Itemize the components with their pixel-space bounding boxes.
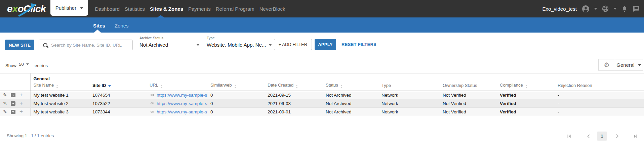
cell-status: Not Archived <box>323 91 378 99</box>
column-header-similarweb[interactable]: Similarweb <box>207 82 265 91</box>
add-zone-icon[interactable]: + <box>18 109 24 114</box>
next-page-button[interactable] <box>614 132 620 141</box>
cell-ownership-status: Not Verified <box>440 99 497 108</box>
column-header-type[interactable]: Type <box>378 82 440 91</box>
add-filter-button[interactable]: + ADD FILTER <box>274 39 312 50</box>
actions-header-spacer <box>0 82 30 91</box>
column-header-rejection-reason[interactable]: Rejection Reason <box>555 82 644 91</box>
main-nav: DashboardStatisticsSites & ZonesPayments… <box>95 6 285 12</box>
column-label: Site Name <box>34 83 54 88</box>
tab-zones[interactable]: Zones <box>115 23 129 29</box>
add-zone-icon[interactable]: + <box>18 92 24 98</box>
column-header-status[interactable]: Status <box>323 82 378 91</box>
column-header-compliance[interactable]: Compliance <box>497 82 555 91</box>
chat-icon[interactable] <box>632 5 640 13</box>
section-subnav: SitesZones <box>0 17 644 33</box>
current-page-button[interactable]: 1 <box>597 132 607 141</box>
active-section-notch <box>157 15 164 17</box>
sites-table-wrap: General Site NameSite IDURLSimilarwebDat… <box>0 73 644 116</box>
logo-text-x: x <box>12 3 18 14</box>
archive-icon[interactable] <box>10 92 16 98</box>
sort-desc-icon[interactable] <box>108 85 111 87</box>
chevron-down-icon <box>26 63 29 65</box>
notifications-bell-icon[interactable] <box>621 5 628 12</box>
row-actions: ✎ + <box>0 99 30 108</box>
apply-button[interactable]: APPLY <box>315 39 336 50</box>
link-icon <box>150 93 155 97</box>
edit-icon[interactable]: ✎ <box>2 109 8 114</box>
gear-icon[interactable]: ⚙ <box>599 59 615 70</box>
type-value: Website, Mobile App, Ne... <box>207 42 266 48</box>
sort-toggle-icon[interactable] <box>525 85 527 88</box>
edit-icon[interactable]: ✎ <box>2 92 8 98</box>
sort-toggle-icon[interactable] <box>56 85 58 88</box>
view-selector[interactable]: General <box>615 59 643 70</box>
reset-filters-button[interactable]: RESET FILTERS <box>341 39 376 50</box>
top-navbar: exoClick Publisher DashboardStatisticsSi… <box>0 0 644 17</box>
sort-toggle-icon[interactable] <box>296 85 298 88</box>
sort-toggle-icon[interactable] <box>161 85 163 88</box>
row-actions: ✎ + <box>0 91 30 99</box>
cell-url: https://www.my-sample-sit... <box>147 108 207 116</box>
column-header-site-id[interactable]: Site ID <box>89 82 147 91</box>
column-header-ownership-status[interactable]: Ownership Status <box>440 82 497 91</box>
last-page-button[interactable] <box>632 132 639 141</box>
sort-toggle-icon[interactable] <box>340 85 343 88</box>
cell-compliance: Verified <box>497 99 555 108</box>
account-menu-chevron-icon[interactable] <box>594 8 597 10</box>
search-icon <box>43 43 47 47</box>
table-row: ✎ + My test website 1 1074654 https://ww… <box>0 91 644 99</box>
column-group-row: General <box>0 73 644 82</box>
table-row: ✎ + My test website 2 1073522 https://ww… <box>0 99 644 108</box>
cell-type: Network <box>378 108 440 116</box>
column-label: Site ID <box>92 83 106 88</box>
nav-item-sites-zones[interactable]: Sites & Zones <box>150 6 183 12</box>
first-page-button[interactable] <box>566 132 572 141</box>
archive-status-select[interactable]: Archive Status Not Archived <box>139 36 200 50</box>
nav-item-dashboard[interactable]: Dashboard <box>95 6 119 12</box>
chevron-down-icon <box>80 7 83 9</box>
new-site-button[interactable]: NEW SITE <box>5 40 34 50</box>
cell-similarweb: 0 <box>207 99 265 108</box>
role-selector[interactable]: Publisher <box>50 0 88 16</box>
cell-compliance: Verified <box>497 91 555 99</box>
type-label: Type <box>207 36 267 40</box>
nav-item-payments[interactable]: Payments <box>188 6 211 12</box>
globe-icon[interactable] <box>602 5 609 12</box>
archive-icon[interactable] <box>10 101 16 106</box>
sort-toggle-icon[interactable] <box>234 85 236 88</box>
archive-icon[interactable] <box>10 109 16 114</box>
pagination: 1 <box>0 132 644 142</box>
view-selector-value: General <box>616 62 634 68</box>
edit-icon[interactable]: ✎ <box>2 101 8 106</box>
add-zone-icon[interactable]: + <box>18 101 24 106</box>
site-url-link[interactable]: https://www.my-sample-sit... <box>157 109 207 114</box>
nav-item-referral-program[interactable]: Referral Program <box>216 6 254 12</box>
site-url-link[interactable]: https://www.my-sample-sit... <box>157 101 207 106</box>
column-label: Status <box>326 83 338 88</box>
cell-similarweb: 0 <box>207 108 265 116</box>
avatar[interactable] <box>582 5 590 13</box>
language-menu-chevron-icon[interactable] <box>613 8 617 10</box>
cell-compliance: Verified <box>497 108 555 116</box>
nav-item-neverblock[interactable]: NeverBlock <box>259 6 285 12</box>
tab-sites[interactable]: Sites <box>93 23 105 29</box>
cell-url: https://www.my-sample-sit... <box>147 91 207 99</box>
nav-item-statistics[interactable]: Statistics <box>125 6 145 12</box>
column-header-url[interactable]: URL <box>147 82 207 91</box>
search-input[interactable] <box>51 43 132 48</box>
column-label: Type <box>381 83 391 88</box>
column-header-site-name[interactable]: Site Name <box>30 82 89 91</box>
cell-ownership-status: Not Verified <box>440 108 497 116</box>
site-url-link[interactable]: https://www.my-sample-sit... <box>157 93 207 98</box>
page-size-select[interactable]: 50 <box>16 62 32 69</box>
archive-status-value: Not Archived <box>139 42 168 48</box>
column-header-date-created[interactable]: Date Created <box>265 82 323 91</box>
column-label: Similarweb <box>210 83 232 88</box>
group-header-general: General <box>30 73 644 82</box>
previous-page-button[interactable] <box>585 132 592 141</box>
exoclick-logo[interactable]: exoClick <box>7 3 46 14</box>
navbar-right: Exo_video_test <box>542 5 640 13</box>
column-label: URL <box>150 83 158 88</box>
type-select[interactable]: Type Website, Mobile App, Ne... <box>207 36 267 50</box>
